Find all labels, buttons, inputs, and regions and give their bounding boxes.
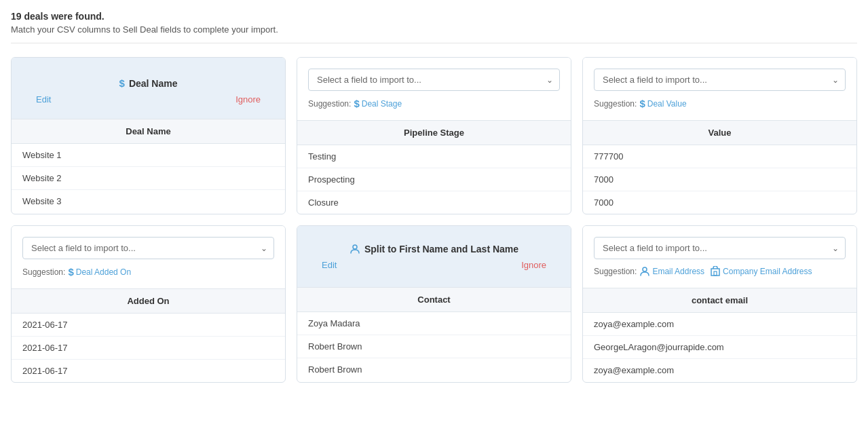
table-row: Zoya Madara [297,312,571,335]
suggestion-link-0[interactable]: $Deal Stage [354,98,402,109]
table-row: Closure [297,191,571,214]
dollar-icon: $ [119,77,125,89]
building-icon [710,266,721,277]
table-row: Prospecting [297,168,571,191]
field-label-text: Deal Name [129,78,178,89]
suggestion-row: Suggestion: $Deal Stage [308,98,560,109]
card-header-select: Select a field to import to... ⌄ Suggest… [583,226,856,288]
field-select[interactable]: Select a field to import to... [308,69,560,91]
header-section: 19 deals were found. Match your CSV colu… [11,11,857,43]
card-deal-name-card: $ Deal Name Edit Ignore Deal Name Websit… [11,57,286,214]
table-row: Robert Brown [297,335,571,358]
table-row: Robert Brown [297,358,571,381]
column-header: Added On [12,288,285,314]
person-icon [639,266,650,277]
table-row: 2021-06-17 [12,314,285,337]
dollar-icon: $ [68,266,73,278]
suggestion-label: Suggestion: [22,267,65,277]
suggestion-link-0[interactable]: Email Address [639,266,704,277]
table-row: Website 2 [12,167,285,190]
card-header-select: Select a field to import to... ⌄ Suggest… [12,226,285,288]
card-header-select: Select a field to import to... ⌄ Suggest… [297,58,571,120]
table-row: 2021-06-17 [12,337,285,360]
cards-grid: $ Deal Name Edit Ignore Deal Name Websit… [11,57,857,383]
column-header: Value [583,120,856,145]
field-select[interactable]: Select a field to import to... [22,237,274,259]
svg-rect-2 [711,269,719,276]
table-row: 777700 [583,145,856,168]
dollar-icon: $ [639,98,645,109]
edit-ignore-row: Edit Ignore [308,260,560,270]
suggestion-row: Suggestion: $Deal Value [594,98,846,109]
card-pipeline-stage-card: Select a field to import to... ⌄ Suggest… [297,57,571,214]
person-icon [350,244,360,254]
svg-point-1 [643,267,647,271]
column-header: Contact [297,287,571,312]
select-wrapper: Select a field to import to... ⌄ [594,69,846,91]
suggestion-link-1[interactable]: Company Email Address [710,266,812,277]
column-header: Deal Name [12,119,285,144]
svg-rect-3 [714,271,717,276]
field-label: $ Deal Name [119,77,178,89]
suggestion-label: Suggestion: [594,267,637,276]
suggestion-link-0[interactable]: $Deal Value [639,98,686,109]
table-row: Website 1 [12,144,285,167]
table-row: zoya@example.com [583,359,856,381]
card-contact-email-card: Select a field to import to... ⌄ Suggest… [582,225,857,383]
header-title: 19 deals were found. [11,11,857,22]
select-wrapper: Select a field to import to... ⌄ [22,237,274,259]
card-header-fixed: $ Deal Name Edit Ignore [12,58,285,119]
column-header: Pipeline Stage [297,120,571,145]
table-row: 2021-06-17 [12,360,285,382]
edit-link[interactable]: Edit [322,260,337,270]
suggestion-row: Suggestion: Email Address Company Email … [594,266,846,277]
card-header-split: Split to First Name and Last Name Edit I… [297,226,571,287]
card-header-select: Select a field to import to... ⌄ Suggest… [583,58,856,120]
edit-ignore-row: Edit Ignore [22,94,274,105]
table-row: GeorgeLAragon@jourrapide.com [583,336,856,359]
table-row: zoya@example.com [583,313,856,336]
header-subtitle: Match your CSV columns to Sell Deal fiel… [11,24,857,35]
suggestion-label: Suggestion: [308,99,351,109]
select-wrapper: Select a field to import to... ⌄ [308,69,560,91]
card-contact-card: Split to First Name and Last Name Edit I… [297,225,571,383]
select-wrapper: Select a field to import to... ⌄ [594,237,846,259]
table-row: Testing [297,145,571,168]
card-value-card: Select a field to import to... ⌄ Suggest… [582,57,857,214]
card-added-on-card: Select a field to import to... ⌄ Suggest… [11,225,286,383]
ignore-link[interactable]: Ignore [521,260,546,270]
field-label: Split to First Name and Last Name [350,244,518,254]
svg-point-0 [353,245,357,249]
suggestion-row: Suggestion: $Deal Added On [22,266,274,278]
field-select[interactable]: Select a field to import to... [594,237,846,259]
dollar-icon: $ [354,98,359,109]
table-row: 7000 [583,191,856,214]
suggestion-label: Suggestion: [594,99,637,109]
table-row: 7000 [583,168,856,191]
suggestion-link-0[interactable]: $Deal Added On [68,266,131,278]
field-label-text: Split to First Name and Last Name [364,244,518,254]
table-row: Website 3 [12,190,285,212]
edit-link[interactable]: Edit [36,94,51,105]
column-header: contact email [583,288,856,313]
field-select[interactable]: Select a field to import to... [594,69,846,91]
ignore-link[interactable]: Ignore [235,94,261,105]
